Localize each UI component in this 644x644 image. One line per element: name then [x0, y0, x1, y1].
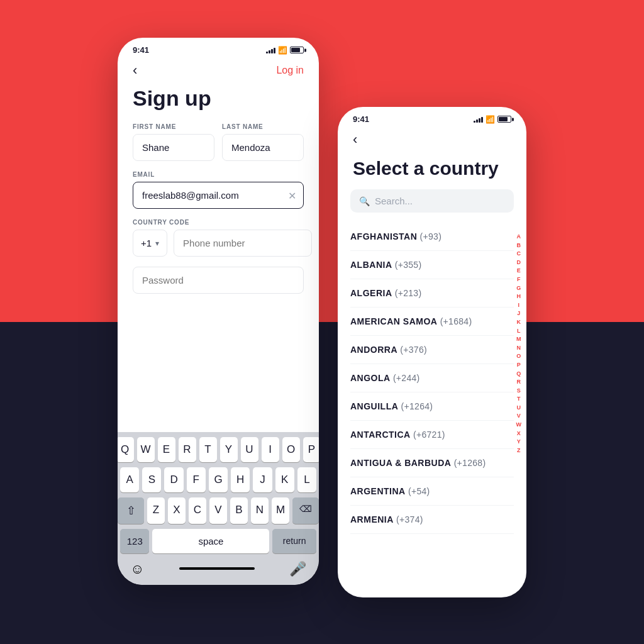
alpha-h[interactable]: H	[516, 292, 522, 301]
alpha-y[interactable]: Y	[516, 438, 522, 446]
key-d[interactable]: D	[164, 467, 183, 492]
key-k[interactable]: K	[275, 467, 294, 492]
email-label: EMAIL	[133, 171, 304, 178]
alpha-z[interactable]: Z	[516, 447, 522, 455]
alpha-m[interactable]: M	[516, 335, 522, 343]
list-item[interactable]: ALGERIA (+213)	[350, 279, 514, 308]
key-e[interactable]: E	[158, 437, 175, 462]
alpha-k[interactable]: K	[516, 318, 522, 326]
key-x[interactable]: X	[168, 497, 186, 524]
alpha-j[interactable]: J	[516, 309, 522, 318]
search-input[interactable]: Search...	[375, 196, 413, 206]
search-box[interactable]: 🔍 Search...	[350, 189, 514, 213]
key-p[interactable]: P	[303, 437, 319, 462]
alpha-w[interactable]: W	[516, 421, 522, 429]
key-l[interactable]: L	[297, 467, 316, 492]
list-item[interactable]: ANTIGUA & BARBUDA (+1268)	[350, 449, 514, 477]
key-i[interactable]: I	[262, 437, 279, 462]
key-n[interactable]: N	[251, 497, 269, 524]
first-name-input[interactable]	[133, 134, 214, 161]
alpha-i[interactable]: I	[516, 301, 522, 309]
list-item[interactable]: ALBANIA (+355)	[350, 251, 514, 279]
key-b[interactable]: B	[230, 497, 248, 524]
alpha-v[interactable]: V	[516, 412, 522, 420]
search-icon: 🔍	[359, 196, 370, 206]
microphone-button[interactable]: 🎤	[289, 561, 306, 577]
list-item[interactable]: ARMENIA (+374)	[350, 506, 514, 534]
key-w[interactable]: W	[137, 437, 155, 462]
key-y[interactable]: Y	[220, 437, 238, 462]
return-key[interactable]: return	[272, 529, 316, 553]
alpha-g[interactable]: G	[516, 284, 522, 292]
key-s[interactable]: S	[142, 467, 161, 492]
signup-header: ‹ Log in	[118, 57, 319, 86]
emoji-button[interactable]: ☺	[130, 561, 144, 577]
last-name-input[interactable]	[222, 134, 304, 161]
phone-signup: 9:41 📶 ‹ Log in Sign up FIRST N	[118, 38, 319, 585]
status-icons-right: 📶	[474, 115, 511, 124]
key-t[interactable]: T	[199, 437, 217, 462]
list-item[interactable]: ANDORRA (+376)	[350, 336, 514, 364]
list-item[interactable]: ARGENTINA (+54)	[350, 477, 514, 506]
key-j[interactable]: J	[253, 467, 272, 492]
space-key[interactable]: space	[152, 529, 269, 553]
back-button-left[interactable]: ‹	[133, 62, 137, 79]
signup-form: FIRST NAME LAST NAME EMAIL ✕ COUNTRY COD…	[118, 123, 319, 294]
key-a[interactable]: A	[120, 467, 139, 492]
alpha-d[interactable]: D	[516, 258, 522, 267]
clear-email-button[interactable]: ✕	[288, 189, 296, 201]
select-country-title: Select a country	[338, 158, 526, 189]
delete-key[interactable]: ⌫	[292, 497, 319, 524]
time-left: 9:41	[133, 45, 149, 55]
list-item[interactable]: AFGHANISTAN (+93)	[350, 223, 514, 251]
list-item[interactable]: ANGUILLA (+1264)	[350, 392, 514, 421]
login-link[interactable]: Log in	[276, 65, 304, 76]
country-code-label-wrap: COUNTRY CODE	[133, 219, 304, 226]
country-code-label: COUNTRY CODE	[133, 219, 304, 226]
status-icons-left: 📶	[266, 46, 304, 55]
key-v[interactable]: V	[209, 497, 227, 524]
password-input[interactable]	[133, 267, 304, 294]
first-name-label: FIRST NAME	[133, 123, 214, 130]
phone-number-input[interactable]	[174, 230, 312, 257]
key-r[interactable]: R	[179, 437, 196, 462]
key-m[interactable]: M	[272, 497, 289, 524]
alpha-o[interactable]: O	[516, 352, 522, 360]
key-h[interactable]: H	[231, 467, 250, 492]
alpha-a[interactable]: A	[516, 233, 522, 241]
alpha-e[interactable]: E	[516, 267, 522, 275]
list-item[interactable]: ANTARCTICA (+6721)	[350, 421, 514, 449]
key-123[interactable]: 123	[120, 529, 149, 553]
alpha-c[interactable]: C	[516, 250, 522, 258]
email-input[interactable]	[133, 182, 304, 209]
alpha-s[interactable]: S	[516, 387, 522, 395]
list-item[interactable]: ANGOLA (+244)	[350, 364, 514, 392]
key-c[interactable]: C	[189, 497, 206, 524]
battery-icon-right	[497, 116, 511, 123]
key-u[interactable]: U	[241, 437, 258, 462]
alpha-p[interactable]: P	[516, 361, 522, 369]
alpha-x[interactable]: X	[516, 430, 522, 438]
alpha-r[interactable]: R	[516, 378, 522, 386]
alpha-u[interactable]: U	[516, 404, 522, 412]
back-button-right[interactable]: ‹	[353, 131, 357, 148]
alpha-f[interactable]: F	[516, 275, 522, 284]
email-group: EMAIL ✕	[133, 171, 304, 209]
alpha-b[interactable]: B	[516, 242, 522, 250]
last-name-label: LAST NAME	[222, 123, 304, 130]
alpha-q[interactable]: Q	[516, 370, 522, 378]
alpha-l[interactable]: L	[516, 327, 522, 335]
time-right: 9:41	[353, 114, 369, 124]
alpha-n[interactable]: N	[516, 344, 522, 352]
key-g[interactable]: G	[209, 467, 228, 492]
list-item[interactable]: AMERICAN SAMOA (+1684)	[350, 308, 514, 336]
country-header: ‹	[338, 126, 526, 158]
alpha-t[interactable]: T	[516, 395, 522, 403]
shift-key[interactable]: ⇧	[118, 497, 144, 524]
key-o[interactable]: O	[282, 437, 300, 462]
key-z[interactable]: Z	[147, 497, 165, 524]
key-q[interactable]: Q	[118, 437, 134, 462]
signal-icon	[266, 47, 275, 53]
country-code-select[interactable]: +1 ▾	[133, 230, 167, 257]
key-f[interactable]: F	[187, 467, 206, 492]
